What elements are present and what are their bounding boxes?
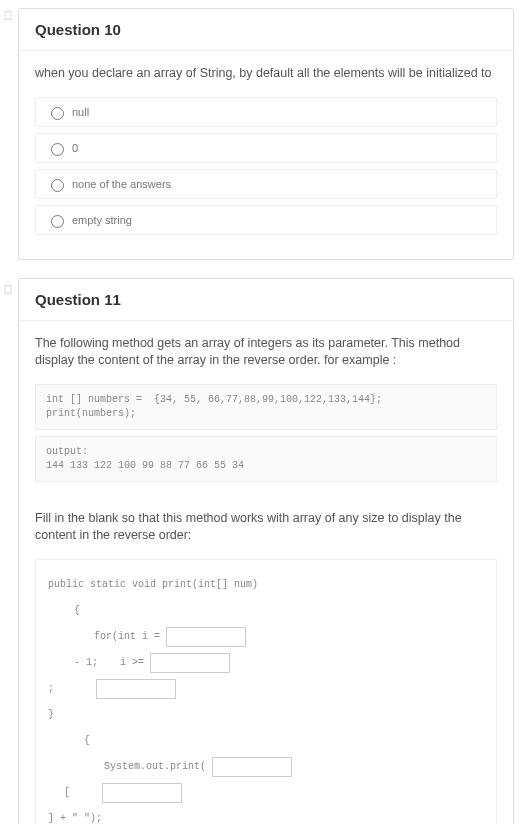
- question-11-prompt2: Fill in the blank so that this method wo…: [35, 510, 497, 545]
- code-for2b: i >=: [120, 652, 144, 674]
- option-empty[interactable]: empty string: [35, 205, 497, 235]
- question-10-title: Question 10: [19, 9, 513, 51]
- question-11-body: The following method gets an array of in…: [19, 321, 513, 825]
- code-for2a: - 1;: [74, 652, 98, 674]
- option-null[interactable]: null: [35, 97, 497, 127]
- radio-zero[interactable]: [51, 143, 64, 156]
- question-10-body: when you declare an array of String, by …: [19, 51, 513, 259]
- radio-empty[interactable]: [51, 215, 64, 228]
- blank-5[interactable]: [102, 783, 182, 803]
- option-zero[interactable]: 0: [35, 133, 497, 163]
- code-brace2: {: [84, 730, 90, 752]
- code-example-output: output: 144 133 122 100 99 88 77 66 55 3…: [35, 436, 497, 482]
- option-label: none of the answers: [72, 178, 171, 190]
- option-label: empty string: [72, 214, 132, 226]
- bookmark-icon: [2, 8, 14, 24]
- code-sout: System.out.print(: [104, 756, 206, 778]
- question-10-card: Question 10 when you declare an array of…: [18, 8, 514, 260]
- code-signature: public static void print(int[] num): [48, 574, 258, 596]
- blank-2[interactable]: [150, 653, 230, 673]
- option-label: null: [72, 106, 89, 118]
- code-bracket: [: [64, 782, 70, 804]
- code-brace-close: }: [48, 704, 54, 726]
- code-example-input: int [] numbers = {34, 55, 66,77,88,99,10…: [35, 384, 497, 430]
- question-10-prompt: when you declare an array of String, by …: [35, 65, 497, 83]
- question-11-card: Question 11 The following method gets an…: [18, 278, 514, 825]
- code-tail: ] + " ");: [48, 808, 102, 825]
- bookmark-icon: [2, 282, 14, 298]
- radio-null[interactable]: [51, 107, 64, 120]
- fill-in-block: public static void print(int[] num) { fo…: [35, 559, 497, 825]
- radio-none[interactable]: [51, 179, 64, 192]
- question-11-prompt: The following method gets an array of in…: [35, 335, 497, 370]
- blank-3[interactable]: [96, 679, 176, 699]
- option-label: 0: [72, 142, 78, 154]
- code-brace: {: [74, 600, 80, 622]
- question-11-title: Question 11: [19, 279, 513, 321]
- code-semicolon: ;: [48, 678, 54, 700]
- option-none[interactable]: none of the answers: [35, 169, 497, 199]
- code-for1: for(int i =: [94, 626, 160, 648]
- blank-1[interactable]: [166, 627, 246, 647]
- blank-4[interactable]: [212, 757, 292, 777]
